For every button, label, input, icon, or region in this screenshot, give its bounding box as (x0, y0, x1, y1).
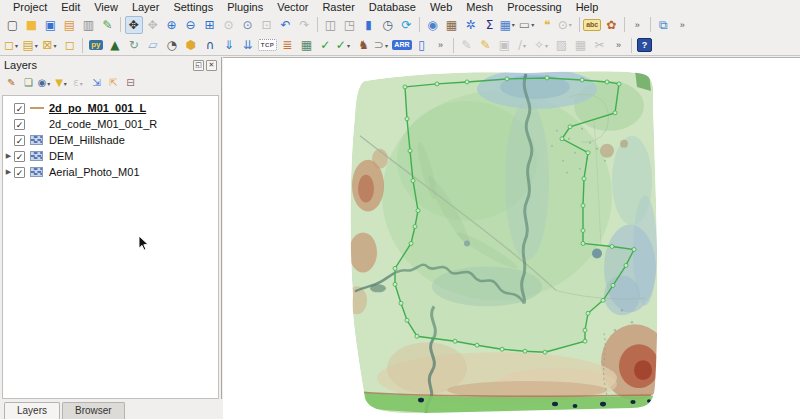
layer-name-label[interactable]: 2d_code_M01_001_R (49, 118, 157, 130)
data-download-plugin-icon[interactable]: ⇓ (220, 36, 238, 54)
toolbar-overflow-icon[interactable]: » (432, 36, 450, 54)
zoom-native-icon[interactable]: ⊡ (258, 16, 276, 34)
zoom-full-icon[interactable]: ⊞ (201, 16, 219, 34)
zoom-in-icon[interactable]: ⊕ (163, 16, 181, 34)
pan-to-selection-icon[interactable]: ✥ (144, 16, 162, 34)
import-layer-plugin-icon[interactable]: ⇊ (239, 36, 257, 54)
manage-map-themes-icon[interactable]: ◉▾ (38, 75, 54, 91)
menu-layer[interactable]: Layer (125, 0, 167, 14)
zoom-to-selection-icon[interactable]: ⊙ (220, 16, 238, 34)
bridge-plugin-icon[interactable]: ∩ (201, 36, 219, 54)
zoom-to-layer-icon[interactable]: ⊙ (239, 16, 257, 34)
toolbar-overflow-icon[interactable]: » (628, 16, 646, 34)
dropdown-arrow-icon[interactable]: ▾ (512, 21, 518, 28)
processing-toolbox-icon[interactable]: ✲ (462, 16, 480, 34)
dropdown-arrow-icon[interactable]: ▾ (15, 42, 21, 49)
dropdown-arrow-icon[interactable]: ▾ (47, 80, 53, 87)
profile-plugin-icon[interactable]: ≣ (278, 36, 296, 54)
statistics-panel-icon[interactable]: Σ (481, 16, 499, 34)
georeferencer-plugin-icon[interactable]: ↻ (125, 36, 143, 54)
new-3d-map-view-icon[interactable]: ◳ (341, 16, 359, 34)
dock-tab-browser[interactable]: Browser (62, 402, 125, 419)
cut-features-icon[interactable]: ✂ (591, 36, 609, 54)
layer-row-2d_po_M01_001_L[interactable]: ✓2d_po_M01_001_L (3, 100, 218, 116)
open-project-icon[interactable]: ■ (23, 16, 41, 34)
current-edits-icon[interactable]: ✎ (458, 36, 476, 54)
raster-terrain-plugin-icon[interactable]: ▲ (106, 36, 124, 54)
topology-check-plugin-icon[interactable]: ✓▾ (335, 36, 353, 54)
python-console-icon[interactable]: py (87, 36, 105, 54)
layer-labeling-icon[interactable]: abc (583, 16, 601, 34)
pan-map-icon[interactable]: ✥ (125, 16, 143, 34)
modify-attributes-icon[interactable]: ▨ (553, 36, 571, 54)
cube-3d-plugin-icon[interactable]: ⬢ (182, 36, 200, 54)
select-by-value-icon[interactable]: ▤▾ (23, 36, 41, 54)
expand-arrow-icon[interactable]: ▶ (3, 152, 14, 160)
layer-name-label[interactable]: DEM_Hillshade (49, 134, 125, 146)
layout-manager-icon[interactable]: ▥ (80, 16, 98, 34)
dropdown-arrow-icon[interactable]: ▾ (545, 42, 551, 49)
layer-name-label[interactable]: Aerial_Photo_M01 (49, 166, 140, 178)
dropdown-arrow-icon[interactable]: ▾ (347, 42, 353, 49)
open-attribute-table-icon[interactable]: ▦ (443, 16, 461, 34)
dropdown-arrow-icon[interactable]: ▾ (523, 42, 529, 49)
expand-arrow-icon[interactable]: ▶ (3, 168, 14, 176)
arr-plugin-icon[interactable]: ARR (392, 36, 411, 54)
layer-row-DEM_Hillshade[interactable]: ✓DEM_Hillshade (3, 132, 218, 148)
toolbar-overflow-icon[interactable]: » (610, 36, 628, 54)
dropdown-arrow-icon[interactable]: ▾ (385, 42, 391, 49)
toolbar-overflow-icon[interactable]: » (673, 16, 691, 34)
new-project-icon[interactable]: ▢ (4, 16, 22, 34)
remove-layer-icon[interactable]: ⊟ (123, 75, 139, 91)
help-icon[interactable]: ? (636, 36, 654, 54)
notes-plugin-icon[interactable]: ▯ (413, 36, 431, 54)
layer-visibility-checkbox[interactable]: ✓ (14, 135, 25, 146)
menu-plugins[interactable]: Plugins (220, 0, 270, 14)
layer-row-2d_code_M01_001_R[interactable]: ✓2d_code_M01_001_R (3, 116, 218, 132)
azimuth-plugin-icon[interactable]: ◔ (163, 36, 181, 54)
attachments-plugin-icon[interactable]: ⊃▾ (373, 36, 391, 54)
map-tips-icon[interactable]: ❝ (538, 16, 556, 34)
add-line-feature-icon[interactable]: ∕▾ (515, 36, 533, 54)
map-swipe-plugin-icon[interactable]: ▱ (144, 36, 162, 54)
layer-name-label[interactable]: DEM (49, 150, 73, 162)
filter-legend-icon[interactable]: ▼▾ (55, 75, 71, 91)
map-canvas[interactable] (223, 57, 800, 419)
identify-features-icon[interactable]: ◉ (424, 16, 442, 34)
float-panel-icon[interactable]: ◱ (193, 60, 204, 71)
refresh-map-icon[interactable]: ⟳ (398, 16, 416, 34)
deselect-features-icon[interactable]: ⊠▾ (42, 36, 60, 54)
menu-mesh[interactable]: Mesh (459, 0, 500, 14)
menu-settings[interactable]: Settings (166, 0, 220, 14)
zoom-out-icon[interactable]: ⊖ (182, 16, 200, 34)
manage-layers-icon[interactable]: ⧉ (654, 16, 672, 34)
report-plugin-icon[interactable]: ▦ (297, 36, 315, 54)
dropdown-arrow-icon[interactable]: ▾ (64, 80, 70, 87)
menu-database[interactable]: Database (362, 0, 423, 14)
select-features-icon[interactable]: ◻▾ (4, 36, 22, 54)
menu-help[interactable]: Help (569, 0, 606, 14)
filter-by-expression-icon[interactable]: ε▾ (72, 75, 88, 91)
vertex-tool-icon[interactable]: ✧▾ (534, 36, 552, 54)
open-layer-styling-icon[interactable]: ✎ (4, 75, 20, 91)
save-project-icon[interactable]: ▣ (42, 16, 60, 34)
dropdown-arrow-icon[interactable]: ▾ (53, 42, 59, 49)
menu-raster[interactable]: Raster (315, 0, 361, 14)
menu-project[interactable]: Project (6, 0, 54, 14)
select-by-location-icon[interactable]: ◻ (61, 36, 79, 54)
layer-visibility-checkbox[interactable]: ✓ (14, 151, 25, 162)
save-edits-icon[interactable]: ▣ (496, 36, 514, 54)
show-bookmarks-icon[interactable]: ▮ (360, 16, 378, 34)
toggle-editing-icon[interactable]: ✎ (477, 36, 495, 54)
new-print-layout-icon[interactable]: ▤ (61, 16, 79, 34)
locator-search-icon[interactable]: ⊙▾ (557, 16, 575, 34)
expand-all-icon[interactable]: ⇲ (89, 75, 105, 91)
menu-edit[interactable]: Edit (54, 0, 87, 14)
close-panel-icon[interactable]: ✕ (206, 60, 217, 71)
wildlife-plugin-icon[interactable]: ♞ (354, 36, 372, 54)
menu-view[interactable]: View (87, 0, 125, 14)
layer-row-DEM[interactable]: ▶✓DEM (3, 148, 218, 164)
menu-vector[interactable]: Vector (270, 0, 315, 14)
dropdown-arrow-icon[interactable]: ▾ (80, 80, 86, 87)
collapse-all-icon[interactable]: ⇱ (106, 75, 122, 91)
